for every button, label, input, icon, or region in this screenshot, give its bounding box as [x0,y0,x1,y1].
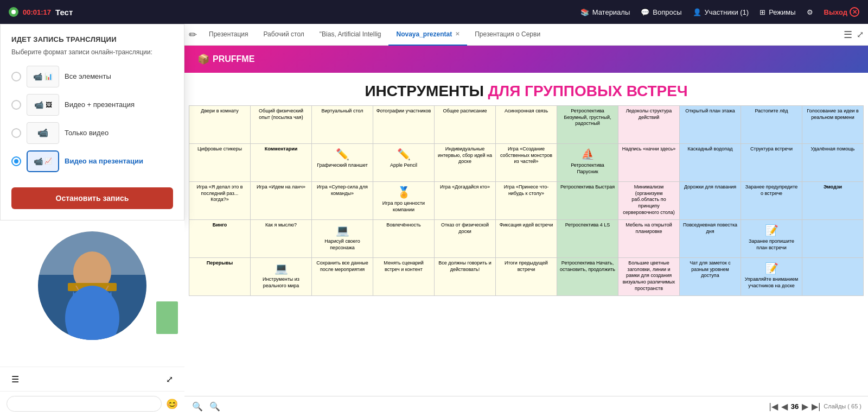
grid-cell: Итоги предыдущей встречи [496,258,557,296]
nav-materials[interactable]: 📚 Материалы [580,8,630,16]
option-video-only-icon: 📹 [27,122,59,144]
tools-row: ☰ ⤢ [0,367,184,391]
tab-bias[interactable]: "Bias, Artificial Intellig [312,24,389,46]
title-pink: ДЛЯ ГРУППОВЫХ ВСТРЕЧ [488,83,688,99]
pencil-icon: ✏ [189,29,197,41]
tab-novaya[interactable]: Novaya_prezentat ✕ [388,24,467,46]
tabs-bar: ✏ Презентация Рабочий стол "Bias, Artifi… [184,24,868,46]
logo-icon: 📦 [197,53,209,65]
grid-cell: ⛵Ретроспектива Парусник [557,144,618,182]
nav-modes[interactable]: ⊞ Режимы [760,8,795,16]
prev-slide-button[interactable]: ◀ [781,401,788,412]
tabs-menu-icon[interactable]: ☰ [844,29,852,41]
topbar-left: 00:01:17 Тест [9,7,73,17]
option-all-icon: 📹 📊 [27,66,59,87]
option-video-only[interactable]: 📹 Только видео [11,122,173,144]
grid-cell: Асинхронная связь [496,106,557,144]
grid-cell: Открытый план этажа [680,106,741,144]
exit-button[interactable]: Выход ✕ [824,7,859,17]
nav-questions[interactable]: 💬 Вопросы [641,8,681,16]
grid-cell: Виртуальный стол [312,106,373,144]
grid-cell: Надпись «начни здесь» [618,144,680,182]
grid-cell: Игра «Догадайся кто» [435,182,496,220]
emoji-button[interactable]: 😊 [166,398,178,410]
grid-cell: Каскадный водопад [680,144,741,182]
recording-popup: ИДЕТ ЗАПИСЬ ТРАНСЛЯЦИИ Выберите формат з… [0,24,184,220]
option-all[interactable]: 📹 📊 Все элементы [11,66,173,87]
grid-cell: 📝Заранее пропишите план встречи [741,220,802,258]
popup-subtitle: Выберите формат записи онлайн-трансляции… [11,48,173,57]
nav-participants[interactable]: 👤 Участники (1) [693,8,749,16]
topbar: 00:01:17 Тест 📚 Материалы 💬 Вопросы 👤 Уч… [0,0,868,24]
modes-icon: ⊞ [760,8,765,16]
grid-cell: Бинго [189,220,251,258]
last-slide-button[interactable]: ▶| [812,401,820,412]
slide-navigation: |◀ ◀ 36 ▶ ▶| Слайды ( 65 ) [769,401,861,412]
tab-desktop[interactable]: Рабочий стол [256,24,312,46]
grid-cell: Фотографии участников [373,106,435,144]
exit-label: Выход [824,8,847,16]
right-panel: ✏ Презентация Рабочий стол "Bias, Artifi… [184,24,868,416]
grid-cell: Чат для заметок с разным уровнем доступа [680,258,741,296]
grid-cell: Ретроспектива Безумный, грустный, радост… [557,106,618,144]
chat-input-area: 😊 [0,391,184,416]
grid-cell: Фиксация идей встречи [496,220,557,258]
nav-settings[interactable]: ⚙ [807,8,813,16]
first-slide-button[interactable]: |◀ [769,401,778,412]
zoom-out-button[interactable]: 🔍 [208,400,221,413]
grid-cell: Перерывы [189,258,251,296]
radio-video-on-pres [11,156,21,166]
zoom-in-button[interactable]: 🔍 [191,400,204,413]
tools-grid: Двери в комнатуОбщий физический опыт (по… [184,105,868,396]
timer: 00:01:17 [23,8,51,16]
grid-cell: 📝Управляйте вниманием участников на доск… [741,258,802,296]
option-video-on-pres-icon: 📹 📈 [27,150,59,172]
grid-cell: ✏️Apple Pencil [373,144,435,182]
grid-cell: Ретроспектива 4 LS [557,220,618,258]
zoom-controls: 🔍 🔍 [191,400,221,413]
grid-cell [802,258,864,296]
option-video-pres[interactable]: 📹 🖼 Видео + презентация [11,94,173,116]
grid-cell: Заранее предупредите о встрече [741,182,802,220]
pruff-logo: 📦 PRUFFME [197,53,254,65]
option-all-label: Все элементы [65,72,111,80]
avatar-area [0,220,184,367]
option-video-pres-label: Видео + презентация [65,100,135,109]
chat-input[interactable] [7,396,162,412]
grid-cell: Сохранить все данные после мероприятия [312,258,373,296]
grid-cell: Ретроспектива Начать, остановить, продол… [557,258,618,296]
menu-icon[interactable]: ☰ [7,370,24,388]
grid-cell: Растопите лёд [741,106,802,144]
settings-icon: ⚙ [807,8,813,16]
grid-cell: Игра «Принесе что-нибудь к столу» [496,182,557,220]
tab-close-icon[interactable]: ✕ [455,31,459,37]
grid-cell: Комментарии [251,144,312,182]
grid-cell: Вовлечённость [373,220,435,258]
tab-presentation[interactable]: Презентация [201,24,256,46]
slide-bottom: 🔍 🔍 |◀ ◀ 36 ▶ ▶| Слайды ( 65 ) [184,396,868,416]
option-video-on-pres-label: Видео на презентации [65,157,143,165]
grid-cell: Большие цветные заголовки, линии и рамки… [618,258,680,296]
questions-icon: 💬 [641,8,649,16]
next-slide-button[interactable]: ▶ [802,401,808,412]
tab-servi[interactable]: Презентация о Серви [467,24,548,46]
expand-icon[interactable]: ⤢ [161,370,178,388]
option-video-on-pres[interactable]: 📹 📈 Видео на презентации [11,150,173,172]
avatar [38,231,146,340]
slide-total: Слайды ( 65 ) [824,403,861,409]
materials-icon: 📚 [580,8,589,16]
left-panel: ИДЕТ ЗАПИСЬ ТРАНСЛЯЦИИ Выберите формат з… [0,24,184,416]
grid-cell: Игра «Супер-сила для команды» [312,182,373,220]
grid-cell: Мебель на открытой планировке [618,220,680,258]
grid-cell: Ретроспектива Быстрая [557,182,618,220]
grid-cell: Менять сценарий встреч и контент [373,258,435,296]
tabs-expand-icon[interactable]: ⤢ [857,29,864,40]
stop-recording-button[interactable]: Остановить запись [11,187,173,209]
grid-cell: Цифровые стикеры [189,144,251,182]
grid-cell: 🏅Игра про ценности компании [373,182,435,220]
slide-presentation: 📦 PRUFFME ИНСТРУМЕНТЫ ДЛЯ ГРУППОВЫХ ВСТР… [184,46,868,416]
grid-cell: Игра «Создание собственных монстров из ч… [496,144,557,182]
topbar-nav: 📚 Материалы 💬 Вопросы 👤 Участники (1) ⊞ … [580,7,859,17]
grid-cell: Ледоколы структура действий [618,106,680,144]
grid-cell: Эмодзи [802,182,864,220]
